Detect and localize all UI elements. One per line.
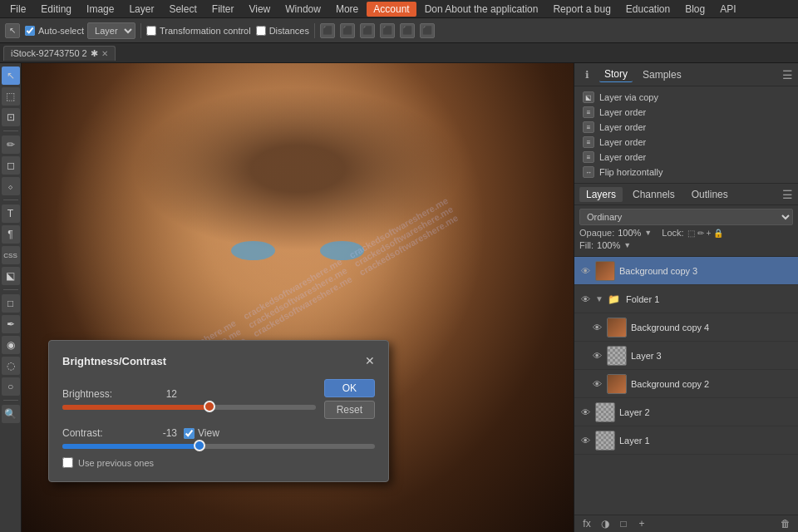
layer-row[interactable]: 👁 Layer 3 xyxy=(574,342,798,370)
smudge-tool[interactable]: ◌ xyxy=(2,357,20,375)
paragraph-tool[interactable]: ¶ xyxy=(2,225,20,244)
history-item[interactable]: ↔ Flip horizontally xyxy=(574,165,798,180)
layer-row[interactable]: 👁 Layer 1 xyxy=(574,426,798,455)
layer-visibility-eye[interactable]: 👁 xyxy=(579,407,591,417)
delete-layer-icon[interactable]: 🗑 xyxy=(778,518,793,530)
menu-blog[interactable]: Blog xyxy=(678,2,712,17)
transformation-checkbox[interactable] xyxy=(146,26,156,36)
opaque-value: 100% xyxy=(618,228,641,238)
layer-row[interactable]: 👁 Background copy 4 xyxy=(574,313,798,342)
story-tab[interactable]: Story xyxy=(599,66,633,82)
new-group-icon[interactable]: □ xyxy=(616,518,631,530)
lock-all-icon[interactable]: 🔒 xyxy=(713,229,723,238)
menu-education[interactable]: Education xyxy=(619,2,677,17)
menu-more[interactable]: More xyxy=(329,2,365,17)
history-item[interactable]: ≡ Layer order xyxy=(574,150,798,165)
fill-dropdown[interactable]: ▼ xyxy=(623,241,631,249)
align-left-icon[interactable]: ⬛ xyxy=(320,23,335,38)
info-icon[interactable]: ℹ xyxy=(579,69,594,81)
history-item[interactable]: ≡ Layer order xyxy=(574,135,798,150)
align-top-icon[interactable]: ⬛ xyxy=(380,23,395,38)
eraser-tool[interactable]: ◻ xyxy=(2,156,20,175)
css-tool[interactable]: CSS xyxy=(2,246,20,264)
zoom-tool[interactable]: 🔍 xyxy=(2,405,20,423)
fx-icon[interactable]: fx xyxy=(579,518,594,530)
layer-row[interactable]: 👁 ▼ 📁 Folder 1 xyxy=(574,285,798,313)
layer-select[interactable]: Layer xyxy=(87,22,135,39)
lock-transparent-icon[interactable]: ⬚ xyxy=(687,229,695,238)
menu-filter[interactable]: Filter xyxy=(205,2,241,17)
new-layer-icon[interactable]: + xyxy=(634,518,649,530)
contrast-slider[interactable] xyxy=(62,444,375,449)
crop-tool[interactable]: ⊡ xyxy=(2,108,20,126)
dialog-close-button[interactable]: ✕ xyxy=(365,354,375,367)
reset-button[interactable]: Reset xyxy=(324,401,375,419)
menu-report[interactable]: Report a bug xyxy=(546,2,617,17)
align-center-h-icon[interactable]: ⬛ xyxy=(340,23,355,38)
doc-tab-close[interactable]: ✕ xyxy=(101,49,108,58)
layer-row[interactable]: 👁 Layer 2 xyxy=(574,398,798,426)
outlines-tab[interactable]: Outlines xyxy=(685,187,735,202)
history-item[interactable]: ≡ Layer order xyxy=(574,105,798,120)
menu-select[interactable]: Select xyxy=(162,2,203,17)
auto-select-checkbox[interactable] xyxy=(25,26,35,36)
align-bottom-icon[interactable]: ⬛ xyxy=(420,23,435,38)
menu-window[interactable]: Window xyxy=(278,2,328,17)
fill-tool[interactable]: ⬦ xyxy=(2,177,20,195)
layer-visibility-eye[interactable]: 👁 xyxy=(591,323,603,332)
menu-api[interactable]: API xyxy=(713,2,742,17)
shape-tool[interactable]: □ xyxy=(2,294,20,313)
move-tool[interactable]: ↖ xyxy=(2,66,20,85)
lock-position-icon[interactable]: + xyxy=(707,229,712,238)
opaque-dropdown[interactable]: ▼ xyxy=(644,229,652,237)
story-panel-menu[interactable]: ☰ xyxy=(782,68,793,81)
ok-button[interactable]: OK xyxy=(324,379,375,397)
layer-row[interactable]: 👁 Background copy 3 xyxy=(574,257,798,285)
adjustment-layer-icon[interactable]: ◑ xyxy=(598,518,613,530)
document-tab[interactable]: iStock-92743750 2 ✱ ✕ xyxy=(3,46,116,61)
view-checkbox[interactable] xyxy=(184,428,195,439)
contrast-thumb[interactable] xyxy=(194,440,205,451)
lasso-tool[interactable]: ⬚ xyxy=(2,87,20,106)
distances-checkbox[interactable] xyxy=(256,26,266,36)
menu-image[interactable]: Image xyxy=(80,2,121,17)
align-center-v-icon[interactable]: ⬛ xyxy=(400,23,415,38)
layer-row[interactable]: 👁 Background copy 2 xyxy=(574,370,798,398)
menu-view[interactable]: View xyxy=(242,2,277,17)
history-item[interactable]: ⬕ Layer via copy xyxy=(574,90,798,105)
menu-file[interactable]: File xyxy=(3,2,32,17)
layer-visibility-eye[interactable]: 👁 xyxy=(579,436,591,446)
brush-tool[interactable]: ✏ xyxy=(2,135,20,154)
history-item-icon: ⬕ xyxy=(583,91,594,103)
layers-icon[interactable]: ⬕ xyxy=(2,267,20,285)
menu-layer[interactable]: Layer xyxy=(122,2,160,17)
channels-tab[interactable]: Channels xyxy=(626,187,682,202)
move-tool-icon[interactable]: ↖ xyxy=(5,23,20,38)
menu-editing[interactable]: Editing xyxy=(34,2,78,17)
layer-visibility-eye[interactable]: 👁 xyxy=(579,266,591,276)
dodge-tool[interactable]: ○ xyxy=(2,377,20,396)
use-previous-checkbox[interactable] xyxy=(62,457,73,468)
menu-account[interactable]: Account xyxy=(367,2,416,17)
brightness-label-row: Brightness: 12 xyxy=(62,388,316,400)
contrast-label-row: Contrast: -13 View xyxy=(62,427,375,439)
layers-menu-icon[interactable]: ☰ xyxy=(782,188,793,201)
distances-label: Distances xyxy=(269,26,309,36)
brightness-slider[interactable] xyxy=(62,405,316,410)
layer-expand-icon[interactable]: ▼ xyxy=(595,294,603,303)
blend-mode-select[interactable]: Ordinary Normal Multiply Screen Overlay xyxy=(579,209,793,225)
align-right-icon[interactable]: ⬛ xyxy=(360,23,375,38)
layer-visibility-eye[interactable]: 👁 xyxy=(591,379,603,389)
history-item[interactable]: ≡ Layer order xyxy=(574,120,798,135)
stamp-tool[interactable]: ◉ xyxy=(2,336,20,354)
history-item-label: Layer order xyxy=(599,152,646,162)
samples-tab[interactable]: Samples xyxy=(638,67,687,82)
menu-don[interactable]: Don About the application xyxy=(418,2,545,17)
layer-visibility-eye[interactable]: 👁 xyxy=(591,351,603,361)
type-tool[interactable]: T xyxy=(2,204,20,223)
layer-visibility-eye[interactable]: 👁 xyxy=(579,294,591,304)
brightness-thumb[interactable] xyxy=(204,401,215,412)
lock-paint-icon[interactable]: ✏ xyxy=(697,229,704,238)
pen-tool[interactable]: ✒ xyxy=(2,315,20,333)
layers-tab[interactable]: Layers xyxy=(579,187,623,202)
